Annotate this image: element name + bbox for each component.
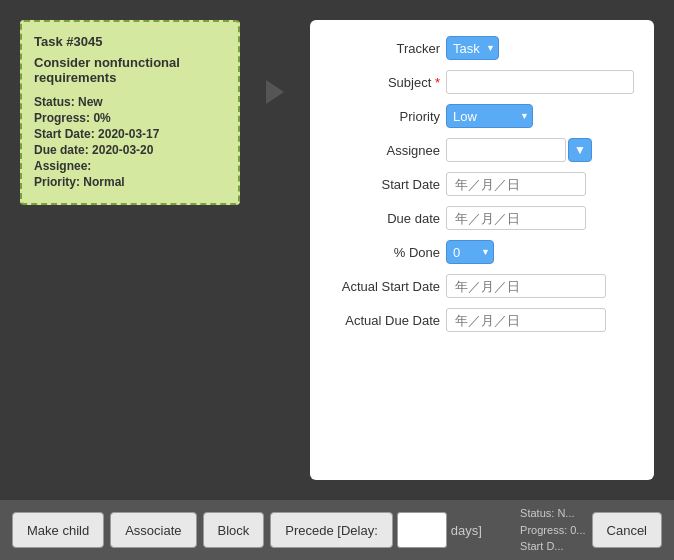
block-button[interactable]: Block xyxy=(203,512,265,548)
task-start-value: 2020-03-17 xyxy=(98,127,159,141)
assignee-wrapper: ▼ xyxy=(446,138,592,162)
precede-delay-input[interactable] xyxy=(397,512,447,548)
actual-start-row: Actual Start Date xyxy=(330,274,634,298)
tracker-select[interactable]: Task xyxy=(446,36,499,60)
right-arrow-icon xyxy=(266,80,284,104)
associate-button[interactable]: Associate xyxy=(110,512,196,548)
content-area: Task #3045 Consider nonfunctional requir… xyxy=(0,0,674,500)
right-start: Start D... xyxy=(520,538,585,555)
subject-row: Subject xyxy=(330,70,634,94)
tracker-row: Tracker Task xyxy=(330,36,634,60)
priority-select-wrapper: Low Normal High Urgent Immediate xyxy=(446,104,533,128)
done-select[interactable]: 0 10 20 30 40 50 60 70 80 90 100 xyxy=(446,240,494,264)
task-status-value: New xyxy=(78,95,103,109)
task-priority-value: Normal xyxy=(83,175,124,189)
tracker-label: Tracker xyxy=(330,41,440,56)
bottom-bar: Make child Associate Block Precede [Dela… xyxy=(0,500,674,560)
task-due-field: Due date: 2020-03-20 xyxy=(34,143,226,157)
days-label: days] xyxy=(451,523,482,538)
due-date-input[interactable] xyxy=(446,206,586,230)
task-priority-field: Priority: Normal xyxy=(34,175,226,189)
arrow-area xyxy=(260,20,290,104)
actual-due-input[interactable] xyxy=(446,308,606,332)
subject-input[interactable] xyxy=(446,70,634,94)
task-start-label: Start Date: xyxy=(34,127,95,141)
done-label: % Done xyxy=(330,245,440,260)
task-status-field: Status: New xyxy=(34,95,226,109)
task-start-field: Start Date: 2020-03-17 xyxy=(34,127,226,141)
due-date-row: Due date xyxy=(330,206,634,230)
actual-start-input[interactable] xyxy=(446,274,606,298)
priority-select[interactable]: Low Normal High Urgent Immediate xyxy=(446,104,533,128)
priority-row: Priority Low Normal High Urgent Immediat… xyxy=(330,104,634,128)
cancel-button[interactable]: Cancel xyxy=(592,512,662,548)
start-date-row: Start Date xyxy=(330,172,634,196)
main-container: Task #3045 Consider nonfunctional requir… xyxy=(0,0,674,560)
tracker-select-wrapper: Task xyxy=(446,36,499,60)
make-child-button[interactable]: Make child xyxy=(12,512,104,548)
assignee-dropdown-button[interactable]: ▼ xyxy=(568,138,592,162)
task-card-title: Task #3045 xyxy=(34,34,226,49)
task-due-label: Due date: xyxy=(34,143,89,157)
task-status-label: Status: xyxy=(34,95,75,109)
assignee-row: Assignee ▼ xyxy=(330,138,634,162)
task-progress-label: Progress: xyxy=(34,111,90,125)
right-status: Status: N... xyxy=(520,505,585,522)
task-card: Task #3045 Consider nonfunctional requir… xyxy=(20,20,240,205)
assignee-input[interactable] xyxy=(446,138,566,162)
actual-due-label: Actual Due Date xyxy=(330,313,440,328)
precede-group: Precede [Delay: days] xyxy=(270,512,482,548)
task-assignee-label: Assignee: xyxy=(34,159,91,173)
task-due-value: 2020-03-20 xyxy=(92,143,153,157)
actual-due-row: Actual Due Date xyxy=(330,308,634,332)
task-card-description: Consider nonfunctional requirements xyxy=(34,55,226,85)
form-panel: Tracker Task Subject Priority Low Nor xyxy=(310,20,654,480)
done-row: % Done 0 10 20 30 40 50 60 70 80 90 100 xyxy=(330,240,634,264)
task-priority-label: Priority: xyxy=(34,175,80,189)
assignee-label: Assignee xyxy=(330,143,440,158)
start-date-label: Start Date xyxy=(330,177,440,192)
priority-label: Priority xyxy=(330,109,440,124)
done-select-wrapper: 0 10 20 30 40 50 60 70 80 90 100 xyxy=(446,240,494,264)
task-progress-value: 0% xyxy=(93,111,110,125)
right-info: Status: N... Progress: 0... Start D... xyxy=(520,505,585,555)
task-assignee-field: Assignee: xyxy=(34,159,226,173)
actual-start-label: Actual Start Date xyxy=(330,279,440,294)
start-date-input[interactable] xyxy=(446,172,586,196)
subject-label: Subject xyxy=(330,75,440,90)
precede-button[interactable]: Precede [Delay: xyxy=(270,512,393,548)
due-date-label: Due date xyxy=(330,211,440,226)
right-progress: Progress: 0... xyxy=(520,522,585,539)
task-progress-field: Progress: 0% xyxy=(34,111,226,125)
